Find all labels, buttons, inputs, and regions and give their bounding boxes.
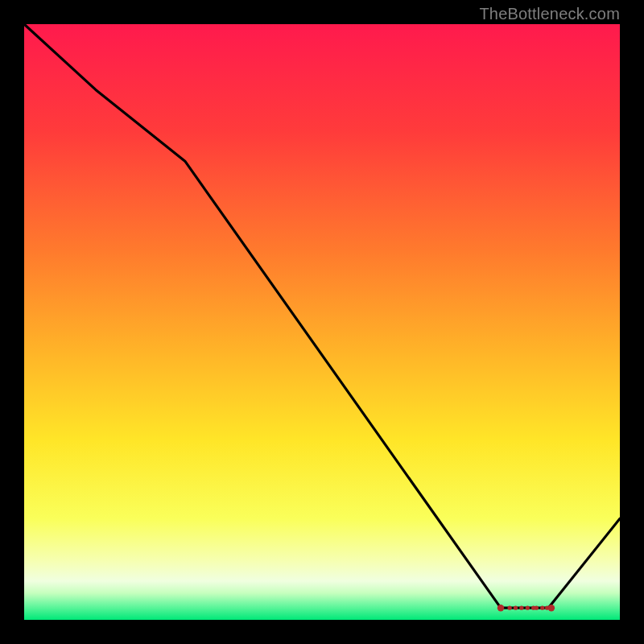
marker-point (535, 606, 539, 610)
chart-svg (24, 24, 620, 620)
marker-point (548, 605, 555, 611)
attribution-label: TheBottleneck.com (479, 5, 620, 23)
plot-area (24, 24, 620, 620)
marker-point (519, 606, 523, 610)
chart-frame: TheBottleneck.com (0, 0, 644, 644)
gradient-background (24, 24, 620, 620)
marker-point (540, 606, 544, 610)
marker-point (497, 605, 504, 611)
marker-point (514, 606, 518, 610)
marker-point (526, 606, 530, 610)
marker-point (508, 606, 512, 610)
